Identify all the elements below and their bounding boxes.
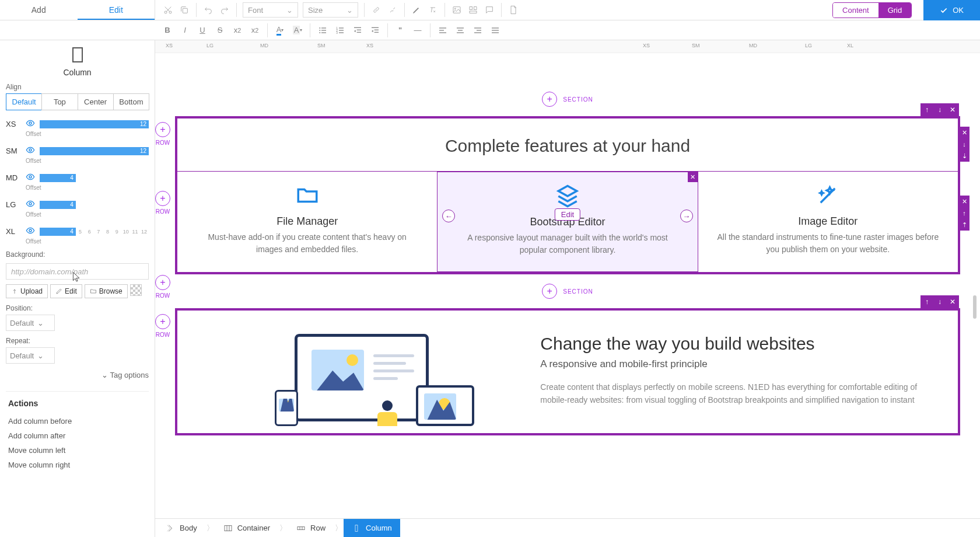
add-section-button[interactable]: + xyxy=(542,92,557,107)
browse-button[interactable]: Browse xyxy=(85,284,128,298)
align-left-icon[interactable] xyxy=(434,22,452,39)
grow-up-icon[interactable]: ↑ xyxy=(959,207,970,219)
indent-icon[interactable] xyxy=(366,22,384,39)
svg-rect-30 xyxy=(458,30,463,30)
content-toggle[interactable]: Content xyxy=(833,3,878,18)
align-bottom-button[interactable]: Bottom xyxy=(113,93,149,110)
copy-icon[interactable] xyxy=(176,2,192,18)
view-toggle[interactable]: Content Grid xyxy=(832,2,912,18)
prev-column-icon[interactable]: ← xyxy=(442,210,455,222)
color-swatch[interactable] xyxy=(130,284,142,296)
feature-bootstrap-editor[interactable]: ✕ ← → Edit Bootstrap Editor A responsive… xyxy=(437,172,698,272)
action-item[interactable]: Add column before xyxy=(8,414,146,428)
edit-bg-button[interactable]: Edit xyxy=(50,284,82,298)
edit-column-button[interactable]: Edit xyxy=(555,208,580,221)
move-down-icon[interactable]: ↓ xyxy=(933,295,946,308)
link-icon[interactable] xyxy=(368,2,384,18)
svg-rect-2 xyxy=(183,8,187,13)
strike-icon[interactable]: S xyxy=(211,22,229,39)
bp-LG-slider[interactable]: 4 xyxy=(40,201,149,209)
shrink-icon[interactable]: ✕ xyxy=(959,127,970,138)
cut-icon[interactable] xyxy=(160,2,176,18)
redo-icon[interactable] xyxy=(216,2,233,18)
font-select[interactable]: Font⌄ xyxy=(243,2,298,18)
tab-edit[interactable]: Edit xyxy=(78,0,155,20)
add-section-button[interactable]: + xyxy=(542,284,557,299)
add-row-button[interactable]: + xyxy=(155,314,170,329)
align-top-button[interactable]: Top xyxy=(41,93,78,110)
tag-options-toggle[interactable]: Tag options xyxy=(6,371,149,379)
selected-row-frame[interactable]: ↑ ↓ ✕ ✕ ↓ ⇣ ✕ ↑ ⇡ Complete features at xyxy=(175,116,960,274)
close-icon[interactable]: ✕ xyxy=(946,295,959,308)
svg-rect-34 xyxy=(474,32,481,33)
quote-icon[interactable]: " xyxy=(391,22,409,39)
add-row-button[interactable]: + xyxy=(155,122,170,137)
visibility-toggle-icon[interactable] xyxy=(26,172,35,183)
position-select[interactable]: Default⌄ xyxy=(6,315,55,331)
add-row-button[interactable]: + xyxy=(155,191,170,206)
hr-icon[interactable]: — xyxy=(409,22,426,39)
background-url-input[interactable] xyxy=(6,263,149,280)
crumb-row[interactable]: Row xyxy=(288,519,334,538)
align-justify-icon[interactable] xyxy=(487,22,504,39)
document-icon[interactable] xyxy=(505,2,522,18)
action-item[interactable]: Move column right xyxy=(8,458,146,472)
bg-color-icon[interactable]: A ▾ xyxy=(289,22,306,39)
move-up-icon[interactable]: ↑ xyxy=(921,103,933,116)
comment-icon[interactable] xyxy=(481,2,498,18)
repeat-select[interactable]: Default⌄ xyxy=(6,347,55,364)
next-column-icon[interactable]: → xyxy=(680,210,693,222)
grow-up-icon[interactable]: ⇡ xyxy=(959,219,970,231)
feature-image-editor[interactable]: Image Editor All the standard instrument… xyxy=(698,172,958,272)
add-row-button[interactable]: + xyxy=(155,275,170,290)
clear-format-icon[interactable] xyxy=(425,2,441,18)
bp-SM-slider[interactable]: 12 xyxy=(40,147,149,155)
size-select[interactable]: Size⌄ xyxy=(303,2,358,18)
shrink-icon[interactable]: ✕ xyxy=(959,196,970,207)
crumb-container[interactable]: Container xyxy=(215,519,278,538)
align-right-icon[interactable] xyxy=(469,22,487,39)
feature-file-manager[interactable]: File Manager Must-have add-on if you cre… xyxy=(177,172,437,272)
align-center-icon[interactable] xyxy=(452,22,469,39)
italic-icon[interactable]: I xyxy=(176,22,194,39)
bp-MD-slider[interactable]: 4 xyxy=(40,174,149,182)
ok-button[interactable]: OK xyxy=(923,0,980,20)
highlight-icon[interactable] xyxy=(408,2,425,18)
visibility-toggle-icon[interactable] xyxy=(26,199,35,210)
image-icon[interactable] xyxy=(449,2,465,18)
superscript-icon[interactable]: x2 xyxy=(246,22,264,39)
undo-icon[interactable] xyxy=(200,2,216,18)
scrollbar-thumb[interactable] xyxy=(973,295,977,319)
align-default-button[interactable]: Default xyxy=(6,93,42,110)
move-down-icon[interactable]: ↓ xyxy=(933,103,946,116)
number-list-icon[interactable]: 123 xyxy=(331,22,349,39)
row-frame[interactable]: ↑ ↓ ✕ xyxy=(175,308,960,435)
grid-toggle[interactable]: Grid xyxy=(878,3,912,18)
action-item[interactable]: Add column after xyxy=(8,428,146,443)
upload-button[interactable]: Upload xyxy=(6,284,48,298)
crumb-body[interactable]: Body xyxy=(158,519,205,538)
tab-add[interactable]: Add xyxy=(0,0,78,20)
bp-XL-slider[interactable]: 456789101112 xyxy=(40,228,149,236)
text-color-icon[interactable]: A ▾ xyxy=(271,22,289,39)
visibility-toggle-icon[interactable] xyxy=(26,145,35,156)
crumb-column[interactable]: Column xyxy=(344,519,400,538)
grow-down-icon[interactable]: ↓ xyxy=(959,138,970,150)
move-up-icon[interactable]: ↑ xyxy=(921,295,933,308)
bp-XS-slider[interactable]: 12 xyxy=(40,120,149,128)
unlink-icon[interactable] xyxy=(384,2,401,18)
svg-rect-35 xyxy=(492,27,499,28)
visibility-toggle-icon[interactable] xyxy=(26,118,35,130)
bullet-list-icon[interactable] xyxy=(314,22,331,39)
subscript-icon[interactable]: x2 xyxy=(229,22,246,39)
underline-icon[interactable]: U xyxy=(194,22,211,39)
close-icon[interactable]: ✕ xyxy=(688,172,698,182)
template-icon[interactable] xyxy=(465,2,481,18)
action-item[interactable]: Move column left xyxy=(8,443,146,458)
align-center-button[interactable]: Center xyxy=(78,93,114,110)
close-icon[interactable]: ✕ xyxy=(946,103,959,116)
grow-down-icon[interactable]: ⇣ xyxy=(959,150,970,162)
visibility-toggle-icon[interactable] xyxy=(26,226,35,237)
bold-icon[interactable]: B xyxy=(159,22,176,39)
outdent-icon[interactable] xyxy=(349,22,366,39)
